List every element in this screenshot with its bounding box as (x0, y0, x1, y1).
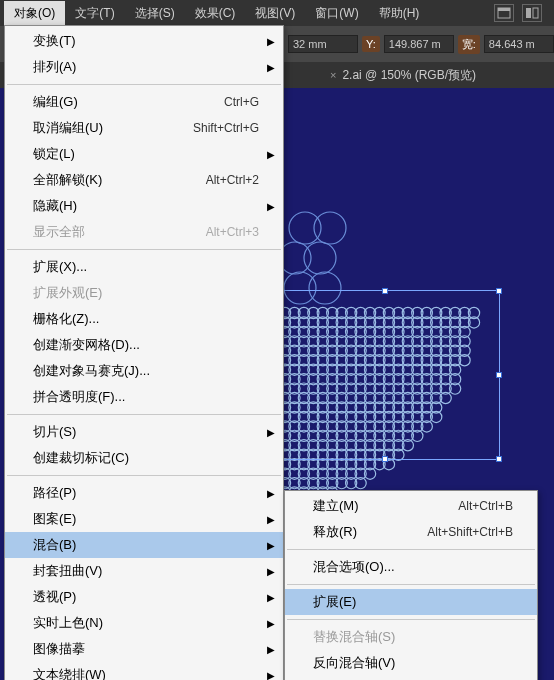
menu-label: 栅格化(Z)... (33, 310, 99, 328)
menu-shortcut: Alt+Shift+Ctrl+B (427, 525, 513, 539)
object-menu-item-8: 显示全部Alt+Ctrl+3 (5, 219, 283, 245)
chevron-right-icon: ▶ (267, 201, 275, 212)
y-input[interactable] (384, 35, 454, 53)
y-label: Y: (362, 36, 380, 52)
menubar-item-help[interactable]: 帮助(H) (369, 1, 430, 26)
menu-label: 切片(S) (33, 423, 76, 441)
width-input[interactable] (484, 35, 554, 53)
object-menu-item-17[interactable]: 切片(S)▶ (5, 419, 283, 445)
chevron-right-icon: ▶ (267, 427, 275, 438)
menu-shortcut: Alt+Ctrl+2 (206, 173, 259, 187)
menu-label: 创建对象马赛克(J)... (33, 362, 150, 380)
arrange-icon[interactable] (522, 4, 542, 22)
object-menu-item-21[interactable]: 图案(E)▶ (5, 506, 283, 532)
chevron-right-icon: ▶ (267, 36, 275, 47)
menu-label: 混合(B) (33, 536, 76, 554)
object-menu-item-4[interactable]: 取消编组(U)Shift+Ctrl+G (5, 115, 283, 141)
menu-label: 建立(M) (313, 497, 359, 515)
menu-label: 变换(T) (33, 32, 76, 50)
workspace-icon[interactable] (494, 4, 514, 22)
chevron-right-icon: ▶ (267, 618, 275, 629)
chevron-right-icon: ▶ (267, 644, 275, 655)
object-menu-item-15[interactable]: 拼合透明度(F)... (5, 384, 283, 410)
object-menu-item-12[interactable]: 栅格化(Z)... (5, 306, 283, 332)
menu-label: 释放(R) (313, 523, 357, 541)
object-menu-item-24[interactable]: 透视(P)▶ (5, 584, 283, 610)
object-menu-item-23[interactable]: 封套扭曲(V)▶ (5, 558, 283, 584)
menubar-item-text[interactable]: 文字(T) (65, 1, 124, 26)
svg-rect-1 (498, 8, 510, 11)
menubar-item-window[interactable]: 窗口(W) (305, 1, 368, 26)
object-menu-item-27[interactable]: 文本绕排(W)▶ (5, 662, 283, 680)
menu-label: 编组(G) (33, 93, 78, 111)
blend-submenu-item-8[interactable]: 反向混合轴(V) (285, 650, 537, 676)
menu-label: 文本绕排(W) (33, 666, 106, 680)
object-menu-item-18[interactable]: 创建裁切标记(C) (5, 445, 283, 471)
menu-label: 透视(P) (33, 588, 76, 606)
menu-label: 图案(E) (33, 510, 76, 528)
svg-rect-3 (533, 8, 538, 18)
document-tab[interactable]: × 2.ai @ 150% (RGB/预览) (320, 63, 486, 88)
chevron-right-icon: ▶ (267, 62, 275, 73)
object-menu: 变换(T)▶排列(A)▶编组(G)Ctrl+G取消编组(U)Shift+Ctrl… (4, 25, 284, 680)
menu-label: 拼合透明度(F)... (33, 388, 125, 406)
svg-point-7 (304, 242, 336, 274)
blend-submenu-item-1[interactable]: 释放(R)Alt+Shift+Ctrl+B (285, 519, 537, 545)
object-menu-item-10[interactable]: 扩展(X)... (5, 254, 283, 280)
tab-title: 2.ai @ 150% (RGB/预览) (342, 67, 476, 84)
blend-submenu: 建立(M)Alt+Ctrl+B释放(R)Alt+Shift+Ctrl+B混合选项… (284, 490, 538, 680)
menu-label: 图像描摹 (33, 640, 85, 658)
menu-label: 混合选项(O)... (313, 558, 395, 576)
svg-point-5 (314, 212, 346, 244)
blend-submenu-item-7: 替换混合轴(S) (285, 624, 537, 650)
menu-label: 取消编组(U) (33, 119, 103, 137)
blend-submenu-item-9[interactable]: 反向堆叠(F) (285, 676, 537, 680)
object-menu-item-3[interactable]: 编组(G)Ctrl+G (5, 89, 283, 115)
menu-label: 显示全部 (33, 223, 85, 241)
chevron-right-icon: ▶ (267, 566, 275, 577)
object-menu-item-13[interactable]: 创建渐变网格(D)... (5, 332, 283, 358)
chevron-right-icon: ▶ (267, 514, 275, 525)
object-menu-item-5[interactable]: 锁定(L)▶ (5, 141, 283, 167)
menu-label: 扩展外观(E) (33, 284, 102, 302)
object-menu-item-11: 扩展外观(E) (5, 280, 283, 306)
menubar: 对象(O) 文字(T) 选择(S) 效果(C) 视图(V) 窗口(W) 帮助(H… (0, 0, 554, 26)
chevron-right-icon: ▶ (267, 540, 275, 551)
menubar-item-effect[interactable]: 效果(C) (185, 1, 246, 26)
selection-bounds (270, 290, 500, 460)
menu-label: 路径(P) (33, 484, 76, 502)
object-menu-item-6[interactable]: 全部解锁(K)Alt+Ctrl+2 (5, 167, 283, 193)
menu-label: 实时上色(N) (33, 614, 103, 632)
menu-label: 创建渐变网格(D)... (33, 336, 140, 354)
object-menu-item-1[interactable]: 排列(A)▶ (5, 54, 283, 80)
menu-label: 扩展(X)... (33, 258, 87, 276)
menu-label: 排列(A) (33, 58, 76, 76)
object-menu-item-22[interactable]: 混合(B)▶ (5, 532, 283, 558)
blend-submenu-item-0[interactable]: 建立(M)Alt+Ctrl+B (285, 493, 537, 519)
menubar-item-select[interactable]: 选择(S) (125, 1, 185, 26)
object-menu-item-20[interactable]: 路径(P)▶ (5, 480, 283, 506)
object-menu-item-25[interactable]: 实时上色(N)▶ (5, 610, 283, 636)
menu-label: 全部解锁(K) (33, 171, 102, 189)
svg-point-4 (289, 212, 321, 244)
blend-submenu-item-3[interactable]: 混合选项(O)... (285, 554, 537, 580)
object-menu-item-26[interactable]: 图像描摹▶ (5, 636, 283, 662)
width-label: 宽: (458, 35, 480, 54)
blend-submenu-item-5[interactable]: 扩展(E) (285, 589, 537, 615)
object-menu-item-7[interactable]: 隐藏(H)▶ (5, 193, 283, 219)
menu-label: 隐藏(H) (33, 197, 77, 215)
menu-shortcut: Shift+Ctrl+G (193, 121, 259, 135)
menubar-item-view[interactable]: 视图(V) (245, 1, 305, 26)
close-icon[interactable]: × (330, 69, 336, 81)
menu-label: 反向混合轴(V) (313, 654, 395, 672)
menu-shortcut: Alt+Ctrl+B (458, 499, 513, 513)
chevron-right-icon: ▶ (267, 488, 275, 499)
menu-shortcut: Alt+Ctrl+3 (206, 225, 259, 239)
x-value[interactable]: 32 mm (288, 35, 358, 53)
object-menu-item-14[interactable]: 创建对象马赛克(J)... (5, 358, 283, 384)
menu-label: 锁定(L) (33, 145, 75, 163)
svg-rect-2 (526, 8, 531, 18)
object-menu-item-0[interactable]: 变换(T)▶ (5, 28, 283, 54)
menubar-item-object[interactable]: 对象(O) (4, 1, 65, 26)
menu-label: 扩展(E) (313, 593, 356, 611)
